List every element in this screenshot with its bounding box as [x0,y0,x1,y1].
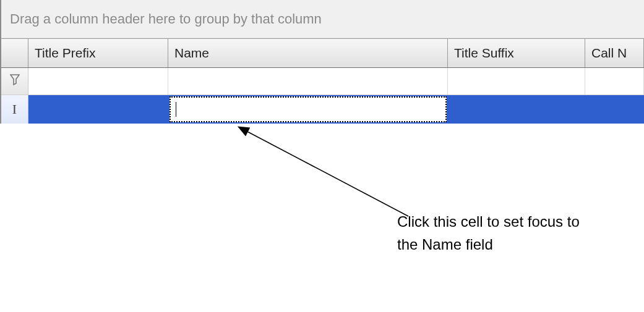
svg-line-0 [246,131,408,216]
group-by-panel[interactable]: Drag a column header here to group by th… [1,0,644,38]
column-header-call[interactable]: Call N [585,39,644,67]
column-header-row: Title Prefix Name Title Suffix Call N [1,38,644,68]
column-header-label: Call N [591,46,627,61]
annotation-line: the Name field [397,233,580,256]
auto-filter-row [1,68,644,95]
text-cursor-icon: I [12,101,17,117]
new-item-row: I [1,95,644,124]
edit-cell-call[interactable] [585,95,644,124]
filter-cell-name[interactable] [168,68,448,95]
annotation-text: Click this cell to set focus to the Name… [397,210,580,256]
annotation-arrow-icon [235,125,421,230]
edit-cell-name-wrapper [168,95,448,124]
filter-cell-call[interactable] [585,68,644,95]
edit-cell-title-prefix[interactable] [28,95,168,124]
filter-icon [10,74,20,88]
column-header-title-suffix[interactable]: Title Suffix [448,39,585,67]
group-by-hint: Drag a column header here to group by th… [10,11,322,27]
filter-cell-title-suffix[interactable] [448,68,585,95]
filter-cell-title-prefix[interactable] [28,68,168,95]
text-caret-icon [176,102,176,117]
edit-row-indicator: I [1,95,28,124]
data-grid: Drag a column header here to group by th… [0,0,644,124]
column-header-name[interactable]: Name [168,39,448,67]
annotation-line: Click this cell to set focus to [397,210,580,233]
column-header-label: Title Suffix [454,46,514,61]
edit-cell-name[interactable] [170,96,447,122]
filter-row-indicator [1,68,28,95]
header-indicator-cell [1,39,28,67]
edit-cell-title-suffix[interactable] [448,95,585,124]
column-header-label: Name [174,46,209,61]
column-header-title-prefix[interactable]: Title Prefix [28,39,168,67]
column-header-label: Title Prefix [35,46,95,61]
